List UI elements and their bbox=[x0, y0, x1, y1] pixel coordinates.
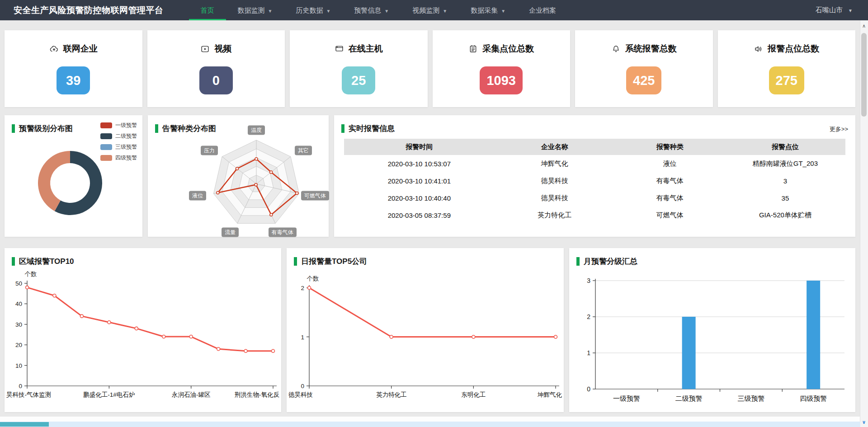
panel-title: 告警种类分布图 bbox=[155, 123, 216, 134]
panel-title-text: 实时报警信息 bbox=[349, 123, 395, 134]
svg-text:2: 2 bbox=[587, 313, 590, 320]
legend-swatch bbox=[100, 144, 112, 150]
svg-text:1: 1 bbox=[301, 334, 304, 341]
title-bar-icon bbox=[12, 257, 15, 266]
nav-item-2[interactable]: 历史数据▼ bbox=[284, 0, 342, 20]
stat-card: 采集点位总数1093 bbox=[433, 30, 571, 107]
svg-text:50: 50 bbox=[15, 280, 22, 287]
alarm-table-row[interactable]: 2020-03-05 08:37:59英力特化工可燃气体GIA-520单体贮槽 bbox=[344, 206, 845, 224]
alarm-table-row[interactable]: 2020-03-10 10:40:40德昊科技有毒气体35 bbox=[344, 189, 845, 206]
vertical-scrollbar-thumb[interactable] bbox=[861, 33, 867, 117]
legend-item[interactable]: 一级预警 bbox=[100, 122, 137, 129]
svg-text:10: 10 bbox=[15, 362, 22, 369]
stat-card-head: 报警点位总数 bbox=[754, 43, 819, 55]
stat-card-value: 0 bbox=[199, 66, 233, 94]
legend-swatch bbox=[100, 133, 112, 139]
alarm-table-cell: 2020-03-10 10:53:07 bbox=[344, 160, 495, 168]
clipboard-icon bbox=[468, 44, 478, 54]
nav-item-3[interactable]: 预警信息▼ bbox=[342, 0, 401, 20]
chevron-down-icon: ▼ bbox=[268, 9, 273, 14]
svg-text:德昊科技: 德昊科技 bbox=[288, 391, 313, 398]
monthly-level-panel: 月预警分级汇总 0123一级预警二级预警三级预警四级预警 bbox=[569, 248, 855, 412]
panel-title: 日报警量TOP5公司 bbox=[294, 256, 367, 267]
horizontal-scrollbar-thumb[interactable] bbox=[0, 422, 49, 427]
svg-text:2: 2 bbox=[301, 285, 304, 291]
alarm-table-cell: 2020-03-10 10:40:40 bbox=[344, 194, 495, 202]
region-label: 石嘴山市 bbox=[816, 6, 843, 14]
nav-item-label: 预警信息 bbox=[354, 6, 381, 14]
svg-text:20: 20 bbox=[15, 342, 22, 348]
legend-item[interactable]: 二级预警 bbox=[100, 132, 137, 140]
radar-axis-label: 有毒气体 bbox=[269, 228, 297, 237]
nav-item-1[interactable]: 数据监测▼ bbox=[226, 0, 284, 20]
svg-text:1: 1 bbox=[587, 349, 590, 357]
alarm-table-header-cell: 报警点位 bbox=[725, 143, 845, 151]
top-nav: 安全生产风险预警防控物联网管理平台 首页数据监测▼历史数据▼预警信息▼视频监测▼… bbox=[0, 0, 868, 20]
legend-item[interactable]: 四级预警 bbox=[100, 154, 137, 162]
title-bar-icon bbox=[576, 257, 580, 266]
daily-top5-chart: 012个数德昊科技英力特化工东明化工坤辉气化 bbox=[287, 248, 564, 412]
scroll-up-icon[interactable]: ∧ bbox=[860, 23, 868, 29]
horizontal-scrollbar[interactable] bbox=[0, 422, 860, 427]
alarm-table-cell: 精醇南罐液位GT_203 bbox=[725, 160, 845, 168]
alarm-table: 报警时间企业名称报警种类报警点位2020-03-10 10:53:07坤辉气化液… bbox=[344, 139, 845, 224]
svg-text:昊科技-气体监测: 昊科技-气体监测 bbox=[6, 391, 51, 398]
svg-text:二级预警: 二级预警 bbox=[675, 394, 703, 402]
alarm-table-cell: 2020-03-10 10:41:01 bbox=[344, 177, 495, 185]
nav-item-home[interactable]: 首页 bbox=[189, 0, 226, 20]
nav-item-6[interactable]: 企业档案 bbox=[517, 0, 568, 20]
alarm-table-cell: 35 bbox=[725, 194, 845, 202]
chevron-down-icon: ▼ bbox=[326, 9, 330, 14]
scroll-down-icon[interactable]: ∨ bbox=[860, 419, 868, 425]
more-link[interactable]: 更多>> bbox=[830, 125, 848, 133]
daily-top5-panel: 日报警量TOP5公司 012个数德昊科技英力特化工东明化工坤辉气化 bbox=[287, 248, 564, 412]
vertical-scrollbar[interactable]: ∧ ∨ bbox=[860, 20, 868, 427]
donut-legend: 一级预警二级预警三级预警四级预警 bbox=[100, 122, 137, 162]
radar-axis-label: 压力 bbox=[201, 145, 218, 155]
alarm-level-panel: 预警级别分布图 一级预警二级预警三级预警四级预警 bbox=[5, 115, 142, 237]
alarm-table-header-cell: 报警种类 bbox=[615, 143, 725, 151]
nav-item-label: 历史数据 bbox=[296, 6, 323, 14]
panel-title: 预警级别分布图 bbox=[12, 123, 73, 134]
alarm-table-row[interactable]: 2020-03-10 10:53:07坤辉气化液位精醇南罐液位GT_203 bbox=[344, 155, 845, 172]
alarm-table-row[interactable]: 2020-03-10 10:41:01德昊科技有毒气体3 bbox=[344, 172, 845, 189]
stat-card: 视频0 bbox=[147, 30, 285, 107]
alarm-table-header-cell: 报警时间 bbox=[344, 143, 495, 151]
svg-text:三级预警: 三级预警 bbox=[737, 394, 764, 402]
nav-item-4[interactable]: 视频监测▼ bbox=[401, 0, 459, 20]
alarm-table-cell: 3 bbox=[725, 177, 845, 185]
speaker-icon bbox=[754, 44, 763, 54]
alarm-table-cell: 德昊科技 bbox=[495, 177, 615, 185]
radar-axis-label: 可燃气体 bbox=[301, 191, 329, 201]
alarm-table-cell: GIA-520单体贮槽 bbox=[725, 211, 845, 220]
alarm-table-cell: 坤辉气化 bbox=[495, 160, 615, 168]
stat-card-value: 275 bbox=[769, 66, 804, 94]
dashboard-root: 安全生产风险预警防控物联网管理平台 首页数据监测▼历史数据▼预警信息▼视频监测▼… bbox=[0, 0, 868, 427]
stat-card-label: 视频 bbox=[214, 43, 231, 55]
svg-text:英力特化工: 英力特化工 bbox=[376, 391, 407, 398]
radar-axis-label: 其它 bbox=[295, 145, 312, 155]
stat-card: 在线主机25 bbox=[290, 30, 428, 107]
cloud-upload-icon bbox=[49, 44, 59, 54]
stat-card-value: 25 bbox=[342, 66, 375, 94]
legend-item[interactable]: 三级预警 bbox=[100, 143, 137, 151]
nav-item-5[interactable]: 数据采集▼ bbox=[459, 0, 517, 20]
svg-text:40: 40 bbox=[15, 300, 22, 307]
alarm-table-cell: 德昊科技 bbox=[495, 194, 615, 202]
stat-card-label: 联网企业 bbox=[63, 43, 98, 55]
panel-title-text: 告警种类分布图 bbox=[162, 123, 216, 134]
legend-label: 三级预警 bbox=[115, 143, 137, 151]
stat-card-label: 采集点位总数 bbox=[482, 43, 534, 55]
alarm-table-cell: 2020-03-05 08:37:59 bbox=[344, 211, 495, 219]
stat-card: 系统报警总数425 bbox=[575, 30, 713, 107]
svg-text:永润石油-罐区: 永润石油-罐区 bbox=[171, 391, 211, 398]
stat-card-head: 采集点位总数 bbox=[468, 43, 534, 55]
stat-card: 报警点位总数275 bbox=[718, 30, 856, 107]
region-top10-chart: 01020304050个数昊科技-气体监测鹏盛化工-1#电石炉永润石油-罐区荆洪… bbox=[5, 248, 281, 412]
alarm-table-header-cell: 企业名称 bbox=[495, 143, 615, 151]
svg-text:东明化工: 东明化工 bbox=[461, 391, 486, 398]
legend-label: 一级预警 bbox=[115, 122, 137, 129]
nav-item-label: 企业档案 bbox=[529, 6, 556, 14]
alarm-table-header: 报警时间企业名称报警种类报警点位 bbox=[344, 139, 845, 155]
region-selector[interactable]: 石嘴山市 ▼ bbox=[816, 6, 853, 14]
